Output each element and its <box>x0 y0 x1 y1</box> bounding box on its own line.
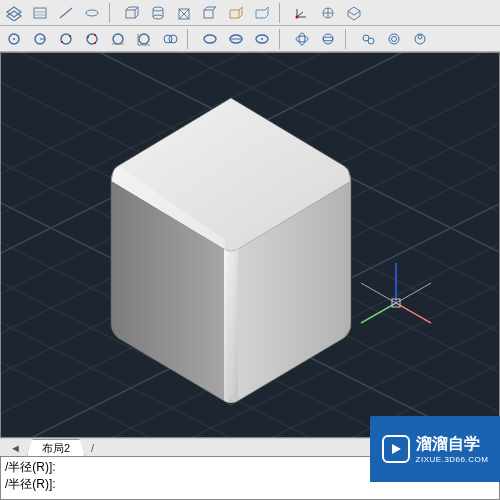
svg-point-16 <box>13 38 15 40</box>
svg-point-37 <box>261 38 263 40</box>
toolbar-separator <box>109 3 115 23</box>
circle-tool-icon[interactable] <box>54 28 78 50</box>
circle-tool-icon[interactable] <box>158 28 182 50</box>
tool-box-icon[interactable] <box>120 2 144 24</box>
tool-ucs-icon[interactable] <box>290 2 314 24</box>
svg-point-39 <box>299 33 305 45</box>
svg-point-43 <box>368 38 374 44</box>
ellipse-tool-icon[interactable] <box>250 28 274 50</box>
layout-tab[interactable]: 布局2 <box>27 439 85 457</box>
tool-wedge-icon[interactable] <box>224 2 248 24</box>
cube-object <box>1 53 500 438</box>
svg-point-11 <box>296 15 299 18</box>
svg-point-40 <box>323 34 333 44</box>
svg-point-7 <box>153 7 163 11</box>
svg-point-33 <box>204 35 216 43</box>
svg-point-47 <box>418 35 422 39</box>
tool-torus-icon[interactable] <box>250 2 274 24</box>
circle-tool-icon[interactable] <box>132 28 156 50</box>
svg-point-45 <box>392 36 397 41</box>
circle-tool-icon[interactable] <box>408 28 432 50</box>
svg-marker-1 <box>7 11 21 21</box>
svg-point-32 <box>169 35 177 43</box>
svg-point-21 <box>69 35 71 37</box>
svg-point-5 <box>86 10 98 16</box>
toolbar-separator <box>345 29 351 49</box>
circle-tool-icon[interactable] <box>356 28 380 50</box>
ellipse-tool-icon[interactable] <box>198 28 222 50</box>
circle-tool-icon[interactable] <box>382 28 406 50</box>
svg-point-25 <box>94 42 96 44</box>
toolbar-separator <box>279 29 285 49</box>
svg-marker-0 <box>7 7 21 17</box>
tool-cyl-icon[interactable] <box>146 2 170 24</box>
svg-rect-2 <box>34 8 46 18</box>
ellipse-tool-icon[interactable] <box>224 28 248 50</box>
tool-view-icon[interactable] <box>316 2 340 24</box>
toolbar-row-1 <box>0 0 500 26</box>
play-icon <box>382 435 410 463</box>
svg-point-24 <box>94 34 96 36</box>
viewport-3d[interactable] <box>0 52 500 438</box>
tool-sphere-icon[interactable] <box>172 2 196 24</box>
tool-3dview-icon[interactable] <box>342 2 366 24</box>
svg-point-38 <box>296 36 308 42</box>
tool-layers-icon[interactable] <box>2 2 26 24</box>
circle-tool-icon[interactable] <box>106 28 130 50</box>
tool-cone-icon[interactable] <box>198 2 222 24</box>
svg-point-8 <box>153 15 163 19</box>
watermark-badge: 溜溜自学 ZIXUE.3D66.COM <box>370 416 500 482</box>
toolbar-separator <box>279 3 285 23</box>
circle-tool-icon[interactable] <box>80 28 104 50</box>
svg-rect-6 <box>126 10 135 18</box>
toolbar-separator <box>187 29 193 49</box>
svg-marker-83 <box>392 444 401 454</box>
svg-point-26 <box>113 34 123 44</box>
ellipse-tool-icon[interactable] <box>316 28 340 50</box>
svg-point-28 <box>139 34 149 44</box>
circle-tool-icon[interactable] <box>2 28 26 50</box>
ellipse-tool-icon[interactable] <box>290 28 314 50</box>
tool-rect-icon[interactable] <box>80 2 104 24</box>
tool-line-icon[interactable] <box>54 2 78 24</box>
svg-rect-10 <box>204 10 213 18</box>
watermark-subtitle: ZIXUE.3D66.COM <box>416 455 489 464</box>
circle-tool-icon[interactable] <box>28 28 52 50</box>
svg-point-23 <box>87 36 89 38</box>
toolbar-row-2 <box>0 26 500 52</box>
svg-point-20 <box>61 41 63 43</box>
svg-point-44 <box>389 34 399 44</box>
tool-hatch-icon[interactable] <box>28 2 52 24</box>
svg-point-41 <box>323 37 333 41</box>
watermark-title: 溜溜自学 <box>416 434 489 455</box>
